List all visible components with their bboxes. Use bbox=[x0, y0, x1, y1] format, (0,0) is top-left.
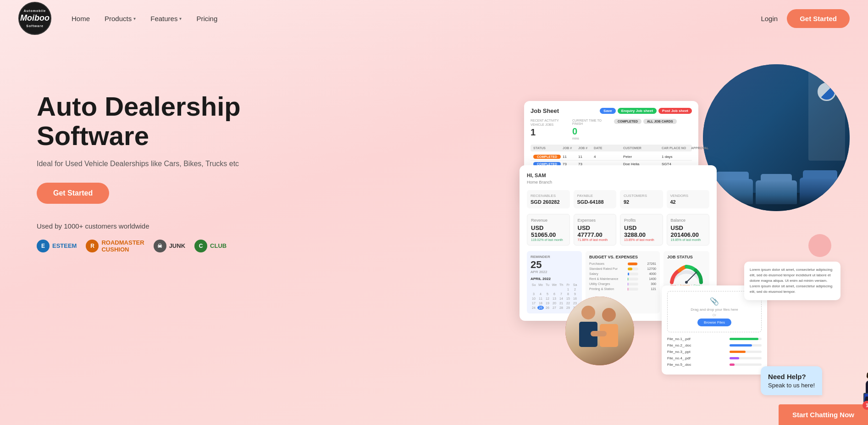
nav-features[interactable]: Features ▾ bbox=[145, 11, 187, 26]
nav-pricing[interactable]: Pricing bbox=[191, 11, 223, 26]
esteem-icon: E bbox=[37, 240, 50, 252]
file-list: File_no.1_.pdf File_no.2_.doc File_no.3_… bbox=[667, 337, 762, 367]
person-silhouette bbox=[565, 296, 634, 365]
chat-widget: Need Help? Speak to us here! Start Chatt… bbox=[761, 366, 868, 425]
jobsheet-title: Job Sheet bbox=[531, 107, 559, 114]
metric-profits: Profits USD 3288.00 13.85% of last month bbox=[620, 214, 663, 246]
list-item: File_no.3_.ppt bbox=[667, 350, 762, 354]
or-text: Or bbox=[671, 313, 757, 317]
list-item: File_no.1_.pdf bbox=[667, 337, 762, 341]
dashboard-greeting: HI, SAM bbox=[527, 173, 709, 178]
customer-logo-junk: ☠ JUNK bbox=[154, 240, 185, 252]
right-text-panel: Lorem ipsum dolor sit amet, consectetur … bbox=[744, 262, 840, 300]
dashboard-stats-row: RECEIVABLES SGD 260282 PAYABLE SGD-64188… bbox=[527, 190, 709, 208]
chat-help-text: Need Help? bbox=[768, 372, 815, 381]
right-panel-text: Lorem ipsum dolor sit amet, consectetur … bbox=[750, 268, 832, 294]
hero-section: Auto Dealership Software Ideal for Used … bbox=[0, 37, 868, 425]
badge-post: Post Job sheet bbox=[658, 108, 692, 114]
jobsheet-recent: RECENT ACTIVITY VEHICLE JOBS 1 bbox=[531, 119, 569, 141]
chat-speak-text: Speak to us here! bbox=[768, 382, 815, 389]
stat-vendors: VENDORS 42 bbox=[667, 190, 710, 208]
metric-revenue: Revenue USD 51065.00 119.02% of last mon… bbox=[527, 214, 570, 246]
customer-logo-club: C CLUB bbox=[194, 240, 227, 252]
features-arrow-icon: ▾ bbox=[179, 16, 182, 21]
logo[interactable]: Automobile Moiboo Software bbox=[18, 2, 51, 35]
stat-customers: CUSTOMERS 92 bbox=[620, 190, 663, 208]
hero-title: Auto Dealership Software bbox=[37, 92, 275, 151]
navbar: Automobile Moiboo Software Home Products… bbox=[0, 0, 868, 37]
svg-point-8 bbox=[581, 306, 595, 319]
person-handshake-image bbox=[565, 296, 634, 365]
dashboard-branch: Home Branch bbox=[527, 180, 709, 185]
badge-enquiry: Enquiry Job sheet bbox=[618, 108, 657, 114]
dashboard-metrics: Revenue USD 51065.00 119.02% of last mon… bbox=[527, 214, 709, 246]
nav-links: Home Products ▾ Features ▾ Pricing bbox=[66, 11, 223, 26]
chat-bubble: Need Help? Speak to us here! bbox=[761, 366, 822, 395]
logo-name: Moiboo bbox=[20, 13, 50, 23]
customer-logo-cushion: R ROADMASTERCUSHION bbox=[86, 239, 144, 253]
list-item: File_no.5_.doc bbox=[667, 363, 762, 367]
svg-point-10 bbox=[602, 308, 616, 322]
upload-icon: 📎 bbox=[671, 297, 757, 306]
hero-cta-button[interactable]: Get Started bbox=[37, 183, 109, 204]
nav-home[interactable]: Home bbox=[66, 11, 95, 26]
stat-receivables: RECEIVABLES SGD 260282 bbox=[527, 190, 570, 208]
jobsheet-table-header: STATUS JOB # JOB # DATE CUSTOMER CAR PLA… bbox=[531, 145, 692, 151]
customer-logo-esteem: E ESTEEM bbox=[37, 240, 77, 252]
login-button[interactable]: Login bbox=[761, 15, 778, 22]
logo-tagline1: Automobile bbox=[24, 9, 46, 13]
metric-expenses: Expenses USD 47777.00 71.88% of last mon… bbox=[574, 214, 617, 246]
social-proof-text: Used by 1000+ customers worldwide bbox=[37, 222, 275, 230]
cushion-icon: R bbox=[86, 240, 99, 252]
bmw-sign-icon bbox=[818, 83, 836, 101]
nav-right: Login Get Started bbox=[761, 9, 850, 28]
browse-files-button[interactable]: Browse Files bbox=[697, 319, 731, 326]
nav-products[interactable]: Products ▾ bbox=[99, 11, 141, 26]
job-status-title: JOB STATUS bbox=[667, 255, 706, 259]
jobsheet-header: Job Sheet Save Enquiry Job sheet Post Jo… bbox=[531, 107, 692, 114]
start-chatting-button[interactable]: Start Chatting Now 1 bbox=[779, 404, 868, 425]
gauge-svg bbox=[668, 263, 705, 286]
budget-title: BUDGET VS. EXPENSES bbox=[589, 255, 656, 259]
club-icon: C bbox=[194, 240, 207, 252]
products-arrow-icon: ▾ bbox=[133, 16, 136, 21]
badge-save: Save bbox=[600, 108, 616, 114]
jobsheet-stats-row: RECENT ACTIVITY VEHICLE JOBS 1 CURRENT T… bbox=[531, 119, 692, 141]
budget-row-salary: Salary 4000 bbox=[589, 272, 656, 275]
list-item: File_no.2_.doc bbox=[667, 343, 762, 347]
chat-cta-label: Start Chatting Now bbox=[792, 411, 854, 419]
nav-left: Automobile Moiboo Software Home Products… bbox=[18, 2, 223, 35]
reminder-month: APR 2022 bbox=[531, 270, 578, 274]
car-dealership-image bbox=[703, 64, 850, 211]
budget-row-purchases: Purchases 27261 bbox=[589, 262, 656, 265]
chat-notification-badge: 1 bbox=[862, 401, 868, 410]
jobsheet-controls: COMPLETED ALL JOB CARDS bbox=[614, 119, 692, 141]
budget-row-printing: Printing & Station 121 bbox=[589, 287, 656, 291]
list-item: File_no.4_.pdf bbox=[667, 356, 762, 360]
jobsheet-completion: CURRENT TIME TO FINISH 0 mins bbox=[572, 119, 611, 141]
junk-icon: ☠ bbox=[154, 240, 166, 252]
metric-balance: Balance USD 201406.00 19.85% of last mon… bbox=[667, 214, 710, 246]
svg-rect-12 bbox=[591, 331, 607, 336]
avatar-svg bbox=[859, 368, 868, 404]
get-started-nav-button[interactable]: Get Started bbox=[787, 9, 850, 28]
stat-payable: PAYABLE SGD-64188 bbox=[574, 190, 617, 208]
svg-point-7 bbox=[685, 281, 688, 284]
hero-subtitle: Ideal for Used Vehicle Dealerships like … bbox=[37, 160, 275, 168]
budget-row-standard: Standard Rated Pur 12700 bbox=[589, 267, 656, 270]
budget-row-utility: Utility Charges 300 bbox=[589, 282, 656, 285]
pink-decoration-circle bbox=[808, 234, 831, 257]
car-circle-inner bbox=[703, 64, 850, 211]
table-row: COMPLETED 11 11 4 Peter 1 days bbox=[531, 153, 692, 161]
reminder-date: 25 bbox=[531, 260, 578, 270]
jobsheet-badges: Save Enquiry Job sheet Post Job sheet bbox=[600, 108, 692, 114]
hero-text: Auto Dealership Software Ideal for Used … bbox=[37, 55, 275, 253]
logo-tagline2: Software bbox=[26, 24, 44, 28]
customer-logos: E ESTEEM R ROADMASTERCUSHION ☠ JUNK C CL… bbox=[37, 239, 275, 253]
chat-avatar bbox=[859, 368, 868, 404]
logo-circle: Automobile Moiboo Software bbox=[18, 2, 51, 35]
gauge-chart bbox=[668, 263, 705, 281]
drag-drop-text: Drag and drop your files here bbox=[671, 308, 757, 312]
status-completed-1: COMPLETED bbox=[533, 155, 561, 159]
person-svg bbox=[565, 296, 634, 365]
